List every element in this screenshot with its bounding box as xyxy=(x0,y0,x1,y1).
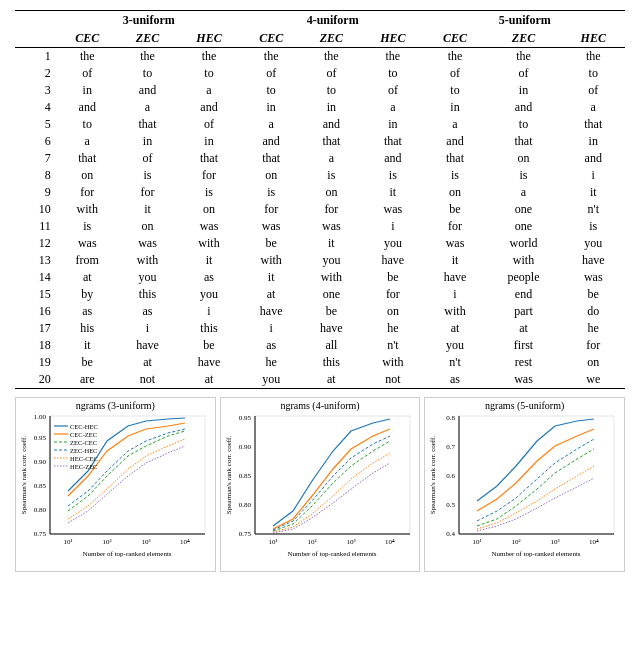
word-cell: is xyxy=(241,184,302,201)
rank-cell: 7 xyxy=(15,150,57,167)
word-cell: on xyxy=(57,167,118,184)
word-cell: at xyxy=(485,320,561,337)
word-cell: was xyxy=(241,218,302,235)
svg-text:0.8: 0.8 xyxy=(446,414,455,422)
word-cell: a xyxy=(118,99,178,116)
word-cell: be xyxy=(57,354,118,371)
word-cell: is xyxy=(425,167,486,184)
word-cell: have xyxy=(177,354,240,371)
word-cell: and xyxy=(302,116,362,133)
word-cell: he xyxy=(361,320,424,337)
sub-cec2: CEC xyxy=(241,30,302,48)
word-cell: that xyxy=(562,116,625,133)
word-cell: i xyxy=(241,320,302,337)
word-cell: a xyxy=(177,82,240,99)
word-cell: of xyxy=(485,65,561,82)
word-cell: and xyxy=(562,150,625,167)
chart-svg-4uniform: 0.75 0.80 0.85 0.90 0.95 10¹ 10² 10³ 10⁴… xyxy=(223,411,418,566)
table-row: 8onisforonisisisisi xyxy=(15,167,625,184)
word-cell: at xyxy=(302,371,362,389)
rank-cell: 2 xyxy=(15,65,57,82)
svg-text:10³: 10³ xyxy=(551,538,560,546)
svg-rect-41 xyxy=(459,416,614,534)
word-cell: with xyxy=(302,269,362,286)
word-cell: this xyxy=(118,286,178,303)
table-row: 9forforisisonitonait xyxy=(15,184,625,201)
word-cell: the xyxy=(57,48,118,66)
svg-text:ZEC-HEC: ZEC-HEC xyxy=(70,447,97,454)
word-cell: have xyxy=(118,337,178,354)
word-cell: is xyxy=(562,218,625,235)
word-cell: have xyxy=(302,320,362,337)
group-4uniform: 4-uniform xyxy=(241,11,425,31)
word-cell: was xyxy=(361,201,424,218)
word-cell: for xyxy=(118,184,178,201)
svg-text:Spearman's rank corr. coeff.: Spearman's rank corr. coeff. xyxy=(429,436,437,515)
word-cell: on xyxy=(361,303,424,320)
word-cell: was xyxy=(177,218,240,235)
word-cell: have xyxy=(425,269,486,286)
word-cell: on xyxy=(562,354,625,371)
group-5uniform: 5-uniform xyxy=(425,11,625,31)
table-row: 4andaandininainanda xyxy=(15,99,625,116)
rank-cell: 8 xyxy=(15,167,57,184)
svg-text:HEC-CEC: HEC-CEC xyxy=(70,455,98,462)
word-cell: be xyxy=(425,201,486,218)
word-cell: the xyxy=(302,48,362,66)
word-cell: and xyxy=(177,99,240,116)
table-row: 3inandatotooftoinof xyxy=(15,82,625,99)
word-cell: for xyxy=(425,218,486,235)
word-cell: i xyxy=(425,286,486,303)
svg-rect-27 xyxy=(255,416,410,534)
main-container: 3-uniform 4-uniform 5-uniform CEC ZEC HE… xyxy=(0,0,640,582)
word-cell: i xyxy=(177,303,240,320)
svg-text:Number of top-ranked elements: Number of top-ranked elements xyxy=(492,550,581,558)
table-row: 11isonwaswaswasiforoneis xyxy=(15,218,625,235)
svg-text:10¹: 10¹ xyxy=(473,538,482,546)
word-cell: for xyxy=(241,201,302,218)
word-cell: that xyxy=(302,133,362,150)
table-row: 5tothatofaandinatothat xyxy=(15,116,625,133)
word-cell: you xyxy=(562,235,625,252)
word-cell: this xyxy=(177,320,240,337)
word-cell: and xyxy=(425,133,486,150)
word-cell: and xyxy=(361,150,424,167)
word-cell: as xyxy=(118,303,178,320)
word-cell: you xyxy=(177,286,240,303)
word-cell: with xyxy=(57,201,118,218)
word-cell: be xyxy=(241,235,302,252)
word-cell: you xyxy=(302,252,362,269)
word-cell: n't xyxy=(425,354,486,371)
table-row: 18ithavebeasalln'tyoufirstfor xyxy=(15,337,625,354)
svg-text:ZEC-CEC: ZEC-CEC xyxy=(70,439,97,446)
table-group-header: 3-uniform 4-uniform 5-uniform xyxy=(15,11,625,31)
word-cell: as xyxy=(241,337,302,354)
word-cell: and xyxy=(118,82,178,99)
word-cell: in xyxy=(485,82,561,99)
rank-cell: 10 xyxy=(15,201,57,218)
word-cell: it xyxy=(562,184,625,201)
chart-3uniform: ngrams (3-uniform) 0.75 0.80 0.85 0.90 0… xyxy=(15,397,216,572)
svg-text:Number of top-ranked elements: Number of top-ranked elements xyxy=(287,550,376,558)
word-cell: with xyxy=(485,252,561,269)
word-cell: do xyxy=(562,303,625,320)
word-cell: it xyxy=(241,269,302,286)
svg-text:10²: 10² xyxy=(512,538,521,546)
rank-cell: 20 xyxy=(15,371,57,389)
table-row: 7thatofthatthataandthatonand xyxy=(15,150,625,167)
word-cell: was xyxy=(562,269,625,286)
word-cell: one xyxy=(485,218,561,235)
table-row: 14atyouasitwithbehavepeoplewas xyxy=(15,269,625,286)
word-cell: was xyxy=(485,371,561,389)
table-sub-header: CEC ZEC HEC CEC ZEC HEC CEC ZEC HEC xyxy=(15,30,625,48)
word-cell: first xyxy=(485,337,561,354)
word-cell: of xyxy=(241,65,302,82)
word-cell: that xyxy=(177,150,240,167)
word-cell: a xyxy=(241,116,302,133)
word-cell: in xyxy=(177,133,240,150)
word-cell: that xyxy=(118,116,178,133)
table-row: 20arenotatyouatnotaswaswe xyxy=(15,371,625,389)
word-cell: at xyxy=(241,286,302,303)
word-cell: was xyxy=(302,218,362,235)
word-cell: n't xyxy=(361,337,424,354)
